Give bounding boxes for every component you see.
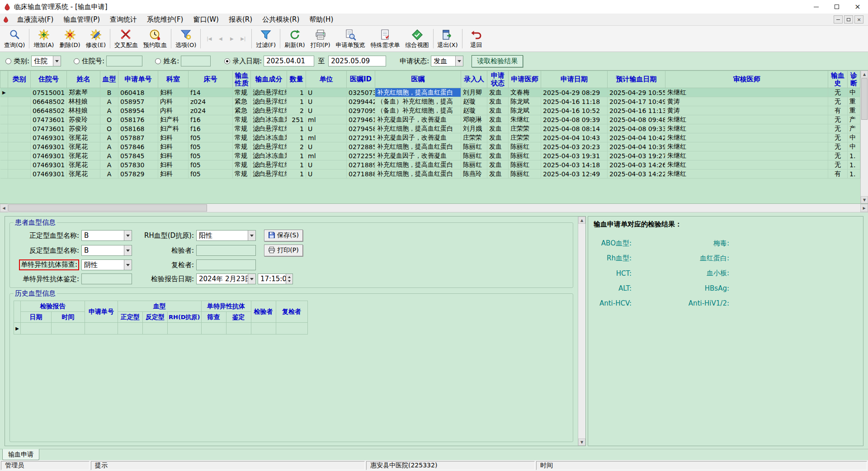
grid-cell[interactable]: U	[306, 124, 347, 133]
grid-cell[interactable]: A	[100, 160, 118, 170]
exit-button[interactable]: 退出(X)	[435, 26, 461, 51]
save-button[interactable]: 保存(S)	[264, 230, 303, 241]
grid-cell[interactable]: z024	[189, 106, 233, 115]
antibody-screen-select[interactable]: 阴性	[81, 259, 132, 270]
recheck-input[interactable]	[196, 259, 256, 270]
grid-cell[interactable]: 朱继红	[665, 88, 828, 97]
menu-item[interactable]: 窗口(W)	[188, 14, 224, 25]
crossmatch-button[interactable]: 交叉配血	[112, 26, 141, 51]
entry-date-radio[interactable]	[224, 58, 230, 64]
grid-cell[interactable]: 058957	[118, 97, 158, 106]
grid-cell[interactable]: 张尾花	[67, 151, 100, 160]
grid-cell[interactable]	[8, 170, 31, 179]
grid-cell[interactable]: 0272255	[347, 151, 375, 160]
scroll-left-icon[interactable]: ◀	[0, 204, 8, 212]
inpatient-radio[interactable]	[74, 58, 80, 64]
grid-cell[interactable]: 朱继红	[665, 142, 828, 151]
grid-cell[interactable]: 朱继红	[509, 115, 541, 124]
grid-cell[interactable]: 朱继红	[665, 151, 828, 160]
status-select[interactable]: 发血	[431, 56, 463, 66]
grid-cell[interactable]: 陈丽红	[509, 151, 541, 160]
grid-cell[interactable]: 陈丽红	[461, 160, 487, 170]
grid-cell[interactable]: 妇科	[158, 133, 189, 142]
grid-cell[interactable]: 滤白冰冻血浆	[251, 115, 287, 124]
goback-button[interactable]: 退回	[464, 26, 489, 51]
grid-cell[interactable]: 1	[287, 133, 306, 142]
grid-cell[interactable]: 常规	[233, 88, 251, 97]
grid-cell[interactable]: 补充凝血因子，改善凝血	[375, 115, 461, 124]
grid-cell[interactable]: 中	[848, 133, 860, 142]
first-record-button[interactable]: |◀	[203, 34, 215, 44]
grid-cell[interactable]: 常规	[233, 124, 251, 133]
grid-cell[interactable]: 发血	[487, 124, 509, 133]
options-button[interactable]: 选项(O)	[173, 26, 199, 51]
grid-cell[interactable]: 产	[848, 124, 860, 133]
grid-cell[interactable]: 0325073	[347, 88, 375, 97]
grid-cell[interactable]: 庄荣荣	[509, 124, 541, 133]
grid-cell[interactable]: 补充凝血因子，改善凝血	[375, 151, 461, 160]
prev-record-button[interactable]: ◀	[215, 34, 226, 44]
grid-cell[interactable]: ml	[306, 115, 347, 124]
grid-row[interactable]: 07473601苏俊玲O058168妇产科f16常规滤白悬浮红细胞1U02794…	[0, 124, 860, 133]
delete-button[interactable]: 删除(D)	[57, 26, 83, 51]
grid-cell[interactable]: 朱继红	[665, 170, 828, 179]
grid-horizontal-scrollbar[interactable]: ◀ ▶	[0, 204, 868, 212]
grid-cell[interactable]: 滤白悬浮红细胞	[251, 106, 287, 115]
grid-cell[interactable]: U	[306, 97, 347, 106]
print-button[interactable]: 打印(P)	[308, 26, 333, 51]
grid-cell[interactable]: 妇科	[158, 142, 189, 151]
grid-cell[interactable]: 2	[287, 106, 306, 115]
grid-cell[interactable]: 滤白悬浮红细胞	[251, 160, 287, 170]
grid-cell[interactable]: 无	[828, 115, 848, 124]
grid-row[interactable]: ▶07515001郑素琴B060418妇科f14常规滤白悬浮红细胞1U03250…	[0, 88, 860, 97]
chevron-down-icon[interactable]	[455, 56, 463, 66]
grid-cell[interactable]: 1	[287, 88, 306, 97]
grid-cell[interactable]: 妇产科	[158, 124, 189, 133]
add-button[interactable]: 增加(A)	[31, 26, 57, 51]
grid-cell[interactable]: 无	[828, 151, 848, 160]
category-radio[interactable]	[5, 58, 11, 64]
grid-cell[interactable]	[8, 124, 31, 133]
panel-vertical-scrollbar[interactable]: ▲ ▼	[578, 217, 585, 446]
grid-cell[interactable]: 058176	[118, 115, 158, 124]
grid-cell[interactable]: 0271889	[347, 160, 375, 170]
grid-cell[interactable]: 补充红细胞，提高血红蛋白	[375, 88, 461, 97]
grid-cell[interactable]: 07473601	[31, 124, 67, 133]
grid-cell[interactable]: f16	[189, 115, 233, 124]
menu-item[interactable]: 帮助(H)	[304, 14, 338, 25]
grid-cell[interactable]: 庄荣荣	[461, 133, 487, 142]
grid-cell[interactable]: 朱继红	[665, 115, 828, 124]
grid-cell[interactable]: 林桂娘	[67, 97, 100, 106]
scroll-down-icon[interactable]: ▼	[578, 438, 585, 446]
menu-item[interactable]: 查询统计	[105, 14, 142, 25]
grid-cell[interactable]: 朱继红	[665, 124, 828, 133]
grid-cell[interactable]: 陈丽红	[509, 160, 541, 170]
tab-transfusion-request[interactable]: 输血申请	[2, 449, 39, 460]
grid-cell[interactable]: 常规	[233, 133, 251, 142]
grid-cell[interactable]: 补充红细胞，提高血红蛋白	[375, 170, 461, 179]
scroll-up-icon[interactable]: ▲	[578, 217, 585, 224]
grid-cell[interactable]: 苏俊玲	[67, 115, 100, 124]
grid-cell[interactable]: 2025-04-29 10:55	[608, 88, 665, 97]
grid-cell[interactable]: 0297095	[347, 106, 375, 115]
grid-cell[interactable]: 057830	[118, 160, 158, 170]
date-to-input[interactable]	[328, 56, 386, 66]
grid-cell[interactable]: U	[306, 106, 347, 115]
grid-cell[interactable]: 补充凝血因子，改善凝血	[375, 133, 461, 142]
grid-cell[interactable]: A	[100, 151, 118, 160]
grid-cell[interactable]: 2025-04-08 08:14	[541, 124, 608, 133]
grid-cell[interactable]: 内科	[158, 97, 189, 106]
grid-cell[interactable]: B	[100, 88, 118, 97]
grid-cell[interactable]: 常规	[233, 160, 251, 170]
grid-cell[interactable]: A	[100, 133, 118, 142]
grid-cell[interactable]: 1	[287, 151, 306, 160]
grid-cell[interactable]: 2025-04-16 11:18	[541, 97, 608, 106]
grid-cell[interactable]: 滤白冰冻血浆	[251, 151, 287, 160]
scrollbar-thumb[interactable]	[8, 204, 207, 212]
grid-cell[interactable]: f14	[189, 88, 233, 97]
grid-cell[interactable]: 1	[287, 160, 306, 170]
grid-cell[interactable]: 2025-04-04 10:39	[608, 142, 665, 151]
grid-cell[interactable]: 林桂娘	[67, 106, 100, 115]
chevron-down-icon[interactable]	[248, 274, 255, 284]
reverse-type-select[interactable]: B	[81, 245, 132, 256]
